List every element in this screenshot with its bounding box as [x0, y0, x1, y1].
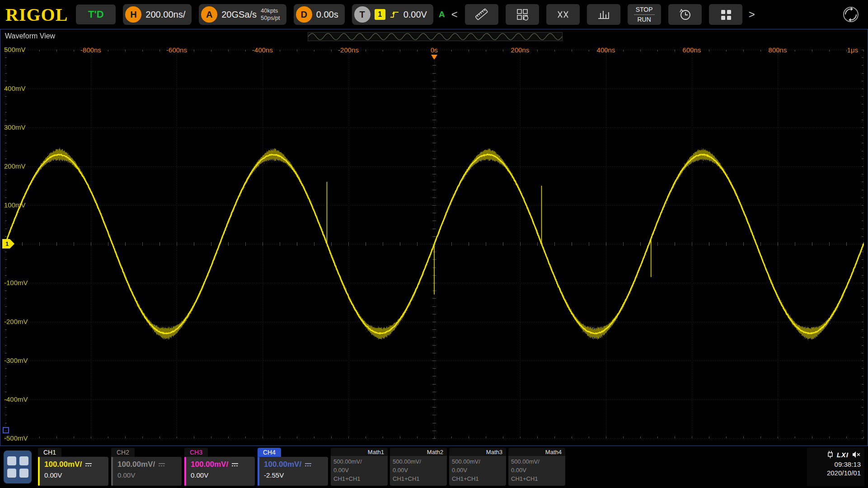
- math4-expression: CH1+CH1: [511, 475, 563, 483]
- histogram-icon: [596, 9, 611, 20]
- math3-expression: CH1+CH1: [452, 475, 503, 483]
- tiles-gear-icon: [516, 8, 529, 21]
- math2-expression: CH1+CH1: [393, 475, 444, 483]
- math1-offset-value: 0.00V: [333, 466, 385, 475]
- circular-arrows-icon: [840, 5, 862, 24]
- time-per-point-value: 50ps/pt: [261, 14, 280, 22]
- math3-scale-value: 500.00mV/: [452, 458, 503, 466]
- dc-coupling-icon: [231, 462, 239, 467]
- history-button[interactable]: [668, 4, 702, 25]
- history-clock-icon: [678, 8, 692, 21]
- ch4-offset-value: -2.55V: [264, 471, 324, 479]
- horizontal-settings-button[interactable]: H 200.00ns/: [123, 4, 192, 25]
- volt-axis-label: 500mV: [4, 46, 26, 54]
- menu-tile-icon: [19, 469, 28, 478]
- volt-axis-label: 200mV: [4, 162, 26, 170]
- ch4-tab[interactable]: CH4: [258, 448, 281, 457]
- waveform-view-window[interactable]: Waveform View -800ns -600ns -400ns -200n…: [0, 29, 868, 446]
- math3-offset-value: 0.00V: [452, 466, 503, 475]
- dc-coupling-icon: [85, 462, 92, 467]
- math-cell-math4[interactable]: Math4 500.00mV/ 0.00V CH1+CH1: [508, 448, 565, 486]
- math1-scale-value: 500.00mV/: [333, 458, 385, 466]
- trigger-sweep-indicator: A: [439, 9, 445, 19]
- math2-scale-value: 500.00mV/: [393, 458, 444, 466]
- time-axis-label: -400ns: [252, 46, 273, 54]
- math2-offset-value: 0.00V: [393, 466, 444, 475]
- time-axis-label: -800ns: [80, 46, 101, 54]
- status-time: 09:38:13: [835, 460, 861, 468]
- dc-coupling-icon: [158, 462, 165, 467]
- ch1-tab[interactable]: CH1: [38, 448, 61, 457]
- volt-axis-label: -200mV: [4, 318, 28, 326]
- status-date: 2020/10/01: [827, 469, 861, 477]
- ch2-scale-value: 100.00mV/: [117, 460, 155, 469]
- ch1-offset-value: 0.00V: [44, 471, 105, 479]
- ch4-scale-value: 100.00mV/: [264, 460, 301, 469]
- windows-layout-button[interactable]: [709, 4, 742, 25]
- stop-run-button[interactable]: STOP RUN: [628, 4, 661, 25]
- math-cell-math2[interactable]: Math2 500.00mV/ 0.00V CH1+CH1: [390, 448, 447, 486]
- trigger-settings-button[interactable]: T 1 0.00V: [352, 4, 433, 25]
- ch2-offset-value: 0.00V: [117, 471, 178, 479]
- math-cell-math3[interactable]: Math3 500.00mV/ 0.00V CH1+CH1: [449, 448, 506, 486]
- time-axis-label: 1μs: [847, 46, 859, 54]
- waveform-display[interactable]: [0, 29, 868, 446]
- horizontal-key-icon: H: [125, 6, 141, 23]
- ch2-tab[interactable]: CH2: [111, 448, 135, 457]
- assist-button[interactable]: [840, 5, 862, 24]
- acquire-settings-button[interactable]: A 20GSa/s 40kpts 50ps/pt: [199, 4, 286, 25]
- windows-grid-icon: [719, 8, 732, 21]
- math2-tab[interactable]: Math2: [390, 448, 447, 456]
- math4-tab[interactable]: Math4: [508, 448, 565, 456]
- oscilloscope-screen: RIGOL T'D H 200.00ns/ A 20GSa/s 40kpts 5…: [0, 0, 868, 488]
- menu-tile-icon: [7, 456, 16, 465]
- time-axis-label: 200ns: [511, 46, 530, 54]
- channel-cell-ch2[interactable]: CH2 100.00mV/ 0.00V: [111, 448, 182, 486]
- measure-button[interactable]: [465, 4, 498, 25]
- volt-axis-label: 400mV: [4, 84, 26, 93]
- dc-coupling-icon: [305, 462, 312, 467]
- toolbar-next-icon[interactable]: >: [749, 8, 755, 21]
- time-axis-label: 400ns: [597, 46, 615, 54]
- trigger-status-button[interactable]: T'D: [76, 5, 116, 24]
- menu-tile-icon: [7, 469, 16, 478]
- ch4-color-strip: [258, 457, 259, 486]
- ch3-color-strip: [184, 457, 186, 486]
- toolbar-prev-icon[interactable]: <: [451, 8, 458, 21]
- delay-key-icon: D: [296, 6, 312, 23]
- math3-tab[interactable]: Math3: [449, 448, 506, 456]
- xy-icon: [556, 9, 570, 20]
- counter-button[interactable]: [587, 4, 620, 25]
- xy-mode-button[interactable]: [546, 4, 580, 25]
- channel-cell-ch3[interactable]: CH3 100.00mV/ 0.00V: [184, 448, 255, 486]
- ch3-tab[interactable]: CH3: [184, 448, 208, 457]
- math4-offset-value: 0.00V: [511, 466, 563, 475]
- main-menu-button[interactable]: [4, 450, 32, 483]
- ruler-icon: [474, 7, 489, 22]
- math1-tab[interactable]: Math1: [331, 448, 388, 456]
- ch4-offscreen-marker[interactable]: [3, 427, 9, 433]
- window-title: Waveform View: [5, 32, 55, 40]
- memory-preview[interactable]: [308, 32, 563, 41]
- math-tools-button[interactable]: [506, 4, 539, 25]
- volt-axis-label: -100mV: [4, 279, 28, 287]
- math-cell-math1[interactable]: Math1 500.00mV/ 0.00V CH1+CH1: [331, 448, 388, 486]
- ch2-color-strip: [111, 457, 113, 486]
- trigger-status-label: T'D: [88, 9, 104, 20]
- delay-settings-button[interactable]: D 0.00s: [294, 4, 345, 25]
- ch3-scale-value: 100.00mV/: [191, 460, 228, 469]
- trigger-level-value: 0.00V: [404, 9, 427, 20]
- memory-depth-value: 40kpts: [261, 7, 280, 14]
- timebase-value: 200.00ns/: [145, 9, 185, 20]
- channel-cell-ch1[interactable]: CH1 100.00mV/ 0.00V: [38, 448, 108, 486]
- ch1-scale-value: 100.00mV/: [44, 460, 82, 469]
- status-panel: LXI 09:38:13 2020/10/01: [807, 448, 864, 486]
- trigger-position-marker[interactable]: [431, 55, 437, 60]
- usb-icon: [827, 450, 834, 459]
- mute-speaker-icon[interactable]: [852, 451, 861, 458]
- ch3-offset-value: 0.00V: [191, 471, 251, 479]
- run-label: RUN: [637, 16, 651, 23]
- acquire-key-icon: A: [201, 6, 217, 23]
- volt-axis-label: -400mV: [4, 395, 28, 404]
- channel-cell-ch4[interactable]: CH4 100.00mV/ -2.55V: [258, 448, 328, 486]
